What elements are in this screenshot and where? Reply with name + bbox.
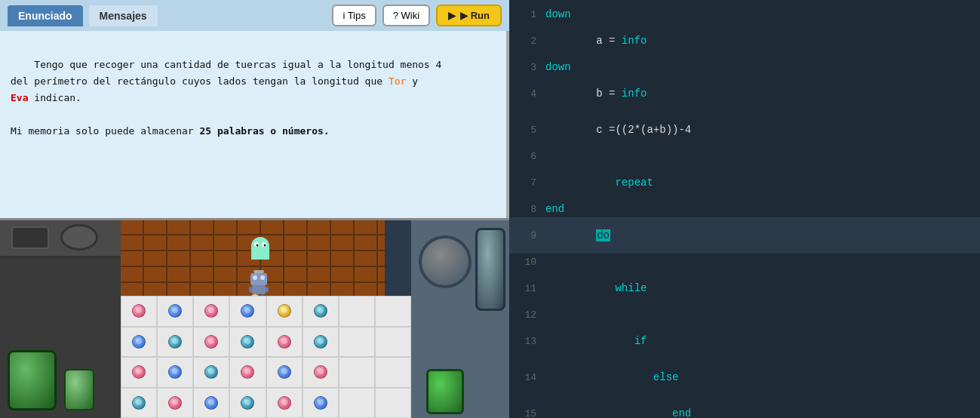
right-machinery	[411, 220, 509, 418]
tile	[339, 357, 375, 388]
machinery-circle	[60, 224, 98, 250]
code-line-1: 1 down	[509, 6, 980, 23]
tile	[157, 327, 193, 358]
nut-icon	[132, 365, 146, 379]
code-line-11: 11 while	[509, 270, 980, 306]
game-grid-area	[121, 220, 509, 418]
nut-icon	[168, 365, 182, 379]
svg-point-8	[253, 275, 257, 280]
tile	[121, 388, 157, 419]
nut-icon	[314, 396, 327, 410]
tile	[375, 357, 411, 388]
nut-icon	[278, 304, 291, 318]
tile	[229, 357, 266, 388]
line-number-11: 11	[515, 283, 536, 294]
tile	[121, 296, 157, 327]
tile	[229, 327, 266, 358]
tile	[157, 388, 193, 419]
line-content-5: c =((2*(a+b))-4	[545, 112, 691, 148]
line-number-5: 5	[515, 124, 536, 136]
tile	[266, 327, 303, 358]
run-button[interactable]: ▶ ▶ Run	[436, 5, 502, 26]
code-line-5: 5 c =((2*(a+b))-4	[509, 112, 980, 148]
nut-icon	[241, 335, 254, 349]
tab-mensajes[interactable]: Mensajes	[89, 5, 158, 26]
line-content-14: else	[545, 359, 678, 395]
tile	[375, 296, 411, 327]
tile	[193, 388, 229, 419]
code-line-6: 6	[509, 148, 980, 164]
line-content-2: a = info	[545, 23, 647, 59]
tile	[229, 388, 266, 419]
tips-button[interactable]: i Tips	[332, 5, 376, 26]
code-line-14: 14 else	[509, 359, 980, 395]
code-line-15: 15 end	[509, 395, 980, 418]
tile	[266, 296, 303, 327]
line-content-4: b = info	[545, 75, 647, 112]
nut-icon	[168, 396, 182, 410]
code-line-2: 2 a = info	[509, 23, 980, 59]
nut-icon	[278, 365, 291, 379]
tile	[266, 388, 303, 419]
top-machinery	[0, 220, 121, 258]
line-number-13: 13	[515, 336, 536, 347]
game-scene	[0, 220, 509, 418]
nut-icon	[132, 304, 146, 318]
line-content-9: do	[545, 217, 610, 254]
right-panel: 1 down 2 a = info 3 down 4 b = info 5 c …	[509, 0, 980, 418]
tile	[303, 296, 339, 327]
tile	[193, 357, 229, 388]
code-line-13: 13 if	[509, 323, 980, 359]
nut-icon	[314, 365, 327, 379]
nut-icon	[204, 365, 218, 379]
svg-rect-6	[253, 270, 264, 273]
barrel-small-green	[64, 369, 94, 410]
svg-rect-1	[251, 246, 269, 260]
tile	[266, 357, 303, 388]
machinery-panel	[11, 226, 49, 249]
nut-icon	[314, 335, 327, 349]
line-number-2: 2	[515, 35, 536, 47]
code-editor[interactable]: 1 down 2 a = info 3 down 4 b = info 5 c …	[509, 0, 980, 418]
wiki-button[interactable]: ? Wiki	[382, 5, 430, 26]
nut-icon	[241, 365, 254, 379]
tile	[339, 296, 375, 327]
game-area	[0, 218, 509, 418]
code-line-8: 8 end	[509, 201, 980, 217]
tor-highlight: Tor	[389, 75, 406, 87]
nut-icon	[204, 396, 218, 410]
code-line-7: 7 repeat	[509, 164, 980, 201]
toolbar: Enunciado Mensajes i Tips ? Wiki ▶ ▶ Run	[0, 0, 509, 31]
description-text: Tengo que recoger una cantidad de tuerca…	[0, 31, 509, 218]
tile-grid-container	[121, 296, 411, 418]
eva-highlight: Eva	[11, 92, 28, 103]
tile	[193, 327, 229, 358]
line-content-8: end	[545, 203, 564, 215]
run-icon: ▶	[448, 10, 456, 21]
line-content-13: if	[545, 323, 647, 359]
tile	[303, 388, 339, 419]
nut-icon	[168, 335, 182, 349]
line-number-1: 1	[515, 9, 536, 20]
code-line-4: 4 b = info	[509, 75, 980, 112]
line-content-15: end	[545, 395, 691, 418]
nut-icon	[132, 335, 146, 349]
nut-icon	[241, 304, 254, 318]
line-number-10: 10	[515, 257, 536, 268]
line-content-1: down	[545, 8, 571, 20]
tab-enunciado[interactable]: Enunciado	[8, 5, 83, 26]
game-left-background	[0, 220, 121, 418]
line-number-8: 8	[515, 204, 536, 215]
cursor: do	[596, 229, 610, 241]
nut-icon	[278, 335, 291, 349]
line-number-9: 9	[515, 230, 536, 241]
tile	[339, 388, 375, 419]
barrel-right-green	[426, 369, 464, 414]
line-number-3: 3	[515, 62, 536, 73]
tile	[229, 296, 266, 327]
nut-icon	[132, 396, 146, 410]
pipe-vertical	[475, 228, 505, 311]
line-content-11: while	[545, 270, 647, 306]
tile	[375, 388, 411, 419]
code-line-10: 10	[509, 254, 980, 270]
